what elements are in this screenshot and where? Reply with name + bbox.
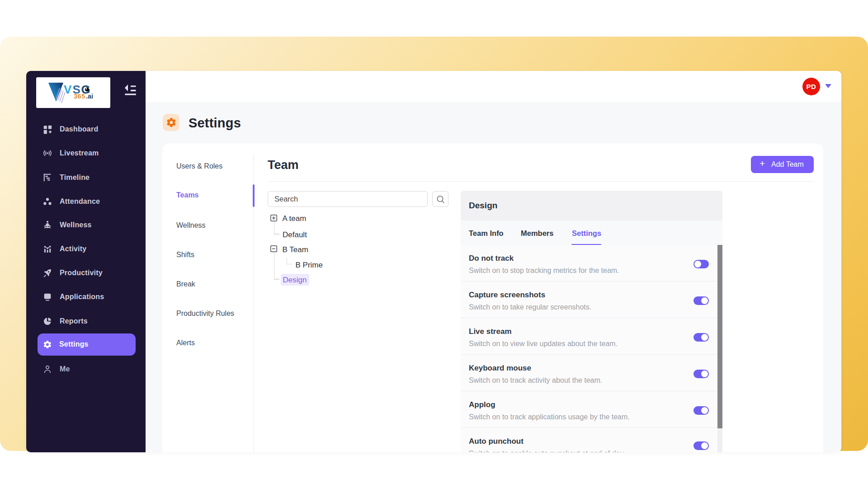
svg-text:365: 365 bbox=[74, 93, 85, 100]
svg-text:.ai: .ai bbox=[86, 93, 93, 100]
